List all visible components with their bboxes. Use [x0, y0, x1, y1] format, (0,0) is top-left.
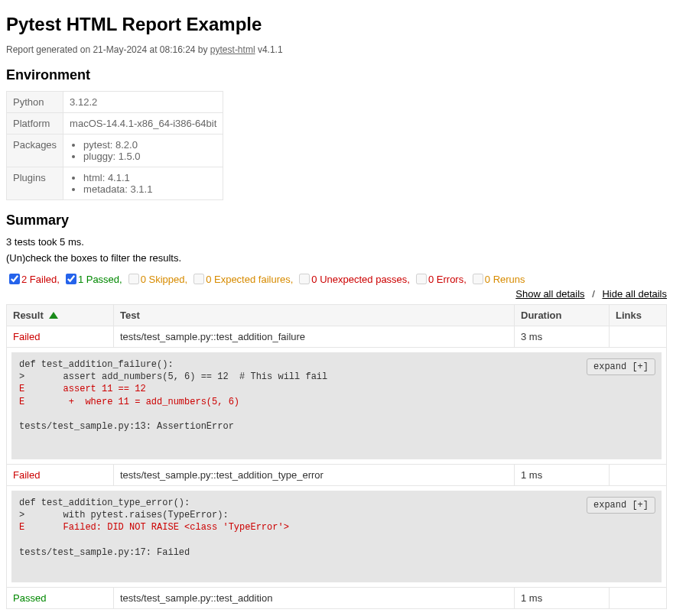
result-row[interactable]: Failed tests/test_sample.py::test_additi… [7, 465, 666, 486]
result-log-wrap: expand [+]def test_addition_type_error()… [7, 486, 666, 588]
generated-line: Report generated on 21-May-2024 at 08:16… [6, 44, 667, 55]
env-val-platform: macOS-14.4.1-x86_64-i386-64bit [63, 113, 223, 135]
filter-errors-checkbox[interactable] [416, 274, 427, 284]
env-row-python: Python 3.12.2 [7, 92, 223, 113]
hide-all-details-link[interactable]: Hide all details [602, 288, 667, 300]
filter-xfail-label: 0 Expected failures, [206, 274, 293, 285]
env-row-packages: Packages pytest: 8.2.0 pluggy: 1.5.0 [7, 135, 223, 167]
env-row-platform: Platform macOS-14.4.1-x86_64-i386-64bit [7, 113, 223, 135]
result-status: Failed [7, 326, 114, 347]
filter-passed-checkbox[interactable] [66, 274, 76, 284]
col-duration[interactable]: Duration [515, 305, 610, 326]
tool-version: v4.1.1 [255, 44, 283, 55]
env-plugin-item: metadata: 3.1.1 [83, 183, 216, 195]
filter-xpass-checkbox[interactable] [299, 274, 310, 284]
env-val-python: 3.12.2 [63, 92, 223, 113]
results-header-row: Result Test Duration Links [7, 304, 666, 326]
filter-passed[interactable]: 1 Passed, [63, 271, 122, 287]
filter-passed-label: 1 Passed, [78, 274, 122, 285]
results-table: Result Test Duration Links Failed tests/… [6, 304, 667, 609]
filter-xpass-label: 0 Unexpected passes, [311, 274, 410, 285]
result-status: Failed [7, 465, 114, 485]
env-package-item: pluggy: 1.5.0 [83, 151, 216, 162]
filter-skipped-checkbox[interactable] [128, 274, 139, 284]
filter-xpass[interactable]: 0 Unexpected passes, [296, 271, 410, 287]
env-val-plugins: html: 4.1.1 metadata: 3.1.1 [63, 167, 223, 200]
result-log: expand [+]def test_addition_type_error()… [11, 491, 662, 582]
filter-xfail-checkbox[interactable] [193, 274, 204, 284]
result-links [610, 588, 666, 608]
separator: / [592, 288, 595, 300]
env-key-plugins: Plugins [7, 167, 63, 200]
environment-heading: Environment [6, 67, 667, 83]
generated-date: 21-May-2024 at 08:16:24 [93, 44, 195, 55]
filter-skipped-label: 0 Skipped, [141, 274, 187, 285]
result-duration: 1 ms [515, 588, 610, 608]
filter-skipped[interactable]: 0 Skipped, [125, 271, 187, 287]
pytest-html-link[interactable]: pytest-html [210, 44, 255, 55]
filter-errors-label: 0 Errors, [428, 274, 467, 285]
result-test-name: tests/test_sample.py::test_addition_fail… [114, 326, 515, 347]
result-links [610, 465, 666, 485]
expand-button[interactable]: expand [+] [587, 358, 655, 375]
log-plain: tests/test_sample.py:17: Failed [19, 547, 190, 558]
generated-by: by [196, 44, 210, 55]
result-log-wrap: expand [+]def test_addition_failure(): >… [7, 348, 666, 465]
log-error: E assert 11 == 12 E + where 11 = add_num… [19, 384, 239, 407]
env-plugin-item: html: 4.1.1 [83, 172, 216, 183]
filter-failed[interactable]: 2 Failed, [6, 271, 60, 287]
show-all-details-link[interactable]: Show all details [515, 288, 584, 300]
expand-links: Show all details / Hide all details [515, 288, 667, 300]
env-row-plugins: Plugins html: 4.1.1 metadata: 3.1.1 [7, 167, 223, 200]
filter-reruns[interactable]: 0 Reruns [470, 271, 525, 287]
page-title: Pytest HTML Report Example [6, 14, 667, 35]
log-plain: def test_addition_failure(): > assert ad… [19, 359, 327, 382]
generated-prefix: Report generated on [6, 44, 93, 55]
expand-button[interactable]: expand [+] [587, 497, 655, 514]
filter-failed-label: 2 Failed, [21, 274, 60, 285]
col-result-label: Result [13, 310, 44, 321]
env-key-packages: Packages [7, 135, 63, 167]
result-duration: 1 ms [515, 465, 610, 485]
filter-errors[interactable]: 0 Errors, [413, 271, 467, 287]
env-key-platform: Platform [7, 113, 63, 135]
environment-table: Python 3.12.2 Platform macOS-14.4.1-x86_… [6, 91, 223, 200]
result-log: expand [+]def test_addition_failure(): >… [11, 352, 662, 459]
env-val-packages: pytest: 8.2.0 pluggy: 1.5.0 [63, 135, 223, 167]
filter-hint: (Un)check the boxes to filter the result… [6, 252, 667, 264]
filter-reruns-label: 0 Reruns [485, 274, 525, 285]
result-duration: 3 ms [515, 326, 610, 347]
col-result[interactable]: Result [7, 305, 114, 326]
result-status: Passed [7, 588, 114, 608]
filter-row: 2 Failed, 1 Passed, 0 Skipped, 0 Expecte… [6, 271, 667, 300]
log-plain: tests/test_sample.py:13: AssertionError [19, 421, 234, 432]
col-test[interactable]: Test [114, 305, 515, 326]
result-row[interactable]: Failed tests/test_sample.py::test_additi… [7, 326, 666, 348]
result-row[interactable]: Passed tests/test_sample.py::test_additi… [7, 588, 666, 608]
summary-line: 3 tests took 5 ms. [6, 236, 667, 248]
result-links [610, 326, 666, 347]
log-error: E Failed: DID NOT RAISE <class 'TypeErro… [19, 522, 289, 533]
filter-xfail[interactable]: 0 Expected failures, [190, 271, 293, 287]
sort-asc-icon [49, 312, 58, 319]
result-test-name: tests/test_sample.py::test_addition_type… [114, 465, 515, 485]
summary-heading: Summary [6, 212, 667, 229]
filter-reruns-checkbox[interactable] [473, 274, 483, 284]
result-test-name: tests/test_sample.py::test_addition [114, 588, 515, 608]
col-links[interactable]: Links [610, 305, 666, 326]
log-plain: def test_addition_type_error(): > with p… [19, 498, 229, 520]
env-key-python: Python [7, 92, 63, 113]
env-package-item: pytest: 8.2.0 [83, 139, 216, 151]
filter-failed-checkbox[interactable] [9, 274, 20, 284]
